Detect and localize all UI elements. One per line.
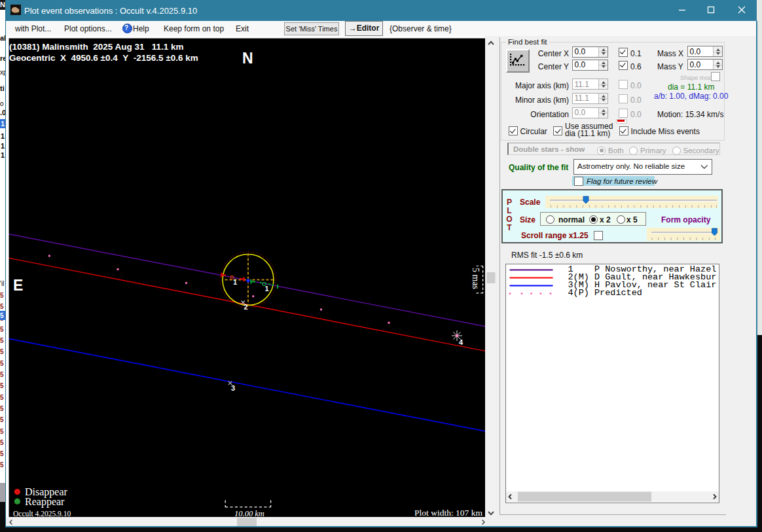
svg-text:2: 2 — [244, 303, 248, 311]
svg-text:Plot width: 107 km: Plot width: 107 km — [414, 508, 482, 518]
svg-text:Geocentric X 4950.6 ±0.4 Y: Geocentric X 4950.6 ±0.4 Y -2156.5 ±0.6 … — [9, 53, 198, 63]
svg-text:4: 4 — [459, 338, 463, 346]
svg-text:(10381) Malinsmith 2025 Aug 3: (10381) Malinsmith 2025 Aug 31 11.1 km — [9, 42, 184, 52]
svg-text:1: 1 — [233, 278, 237, 286]
svg-text:E: E — [13, 277, 23, 294]
svg-text:Reappear: Reappear — [25, 496, 65, 508]
svg-text:10.00 km: 10.00 km — [234, 509, 264, 518]
svg-text:Occult 4.2025.9.10: Occult 4.2025.9.10 — [13, 510, 71, 518]
svg-text:3: 3 — [231, 384, 235, 392]
svg-text:N: N — [242, 50, 253, 67]
svg-text:5 mas: 5 mas — [471, 268, 481, 289]
svg-text:1: 1 — [265, 285, 269, 293]
